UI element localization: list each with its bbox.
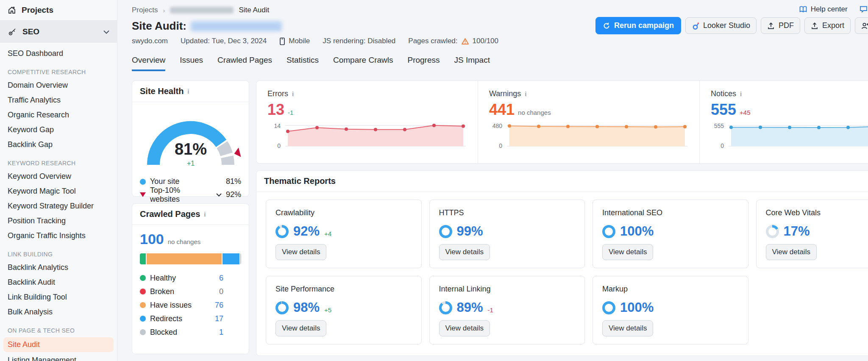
warning-icon [461, 38, 469, 45]
share-button[interactable]: Share [855, 17, 868, 34]
sidebar-item-backlink-analytics[interactable]: Backlink Analytics [0, 260, 117, 275]
sidebar-item-keyword-magic-tool[interactable]: Keyword Magic Tool [0, 184, 117, 199]
stat-errors-value[interactable]: 13 [267, 101, 284, 119]
score-donut-icon [439, 225, 452, 238]
thematic-card-title: Internal Linking [439, 285, 576, 294]
home-icon [8, 6, 16, 14]
tab-js-impact[interactable]: JS Impact [454, 56, 490, 71]
sidebar-item-keyword-strategy-builder[interactable]: Keyword Strategy Builder [0, 199, 117, 214]
sidebar-item-link-building-tool[interactable]: Link Building Tool [0, 290, 117, 305]
tab-compare-crawls[interactable]: Compare Crawls [333, 56, 393, 71]
stat-warnings: Warningsi441no changes4800 [478, 81, 699, 163]
view-details-button[interactable]: View details [275, 244, 326, 260]
tab-crawled-pages[interactable]: Crawled Pages [217, 56, 272, 71]
chevron-down-icon[interactable] [216, 193, 222, 197]
score-donut-icon [275, 301, 289, 314]
legend-value[interactable]: 17 [215, 314, 223, 323]
export-button[interactable]: Export [804, 17, 851, 34]
legend-value[interactable]: 6 [219, 274, 223, 283]
view-details-button[interactable]: View details [439, 244, 490, 260]
stat-warnings-delta: no changes [518, 109, 551, 116]
legend-dot-icon [140, 289, 146, 294]
thematic-reports-card: Thematic Reports Crawlability92%+4View d… [256, 170, 868, 356]
thematic-card-score: 89%-1 [439, 300, 576, 315]
breadcrumb-projects[interactable]: Projects [132, 6, 158, 14]
key-icon [8, 27, 17, 36]
info-icon[interactable]: i [204, 211, 206, 218]
chart-y-axis: 140 [267, 122, 284, 149]
sidebar-item-domain-overview[interactable]: Domain Overview [0, 78, 117, 93]
sidebar-item-projects[interactable]: Projects [0, 0, 117, 20]
info-icon[interactable]: i [525, 90, 526, 97]
sidebar-nav: SEO DashboardCOMPETITIVE RESEARCHDomain … [0, 43, 117, 361]
send-feedback-link[interactable]: Send feedback [860, 5, 868, 14]
sidebar-item-site-audit[interactable]: Site Audit [3, 337, 114, 352]
tab-bar: OverviewIssuesCrawled PagesStatisticsCom… [132, 56, 868, 71]
stat-notices-label: Noticesi [711, 89, 868, 98]
info-icon[interactable]: i [740, 90, 742, 97]
thematic-card-score: 92%+4 [275, 224, 412, 239]
thematic-card-score: 99% [439, 224, 576, 239]
legend-label: Healthy [150, 274, 176, 283]
pdf-button[interactable]: PDF [761, 17, 800, 34]
chart-y-axis: 5550 [711, 122, 728, 149]
crawled-pages-note: no changes [168, 238, 201, 245]
thematic-card-score: 17% [766, 224, 868, 239]
crawled-pages-count: 100 [140, 231, 164, 247]
score-donut-icon [275, 225, 289, 238]
help-center-link[interactable]: Help center [799, 5, 848, 14]
stat-notices-value[interactable]: 555 [711, 101, 736, 119]
stat-label-text: Notices [711, 89, 736, 98]
sidebar-item-backlink-audit[interactable]: Backlink Audit [0, 275, 117, 290]
info-icon[interactable]: i [187, 88, 189, 95]
thematic-card-percent: 17% [784, 224, 810, 239]
view-details-button[interactable]: View details [766, 244, 817, 260]
legend-label: Redirects [150, 314, 182, 323]
sidebar-item-position-tracking[interactable]: Position Tracking [0, 214, 117, 228]
sidebar-item-organic-traffic-insights[interactable]: Organic Traffic Insights [0, 228, 117, 243]
bar-segment-have-issues [147, 253, 222, 264]
stat-warnings-value[interactable]: 441 [489, 101, 515, 119]
legend-value[interactable]: 1 [219, 328, 223, 337]
svg-text:+1: +1 [186, 160, 194, 167]
thematic-reports-title: Thematic Reports [264, 176, 336, 186]
tab-statistics[interactable]: Statistics [287, 56, 319, 71]
campaign-updated: Updated: Tue, Dec 3, 2024 [181, 37, 267, 45]
main: Projects › Site Audit Help center [117, 0, 868, 361]
pdf-label: PDF [779, 21, 794, 30]
sidebar-item-backlink-gap[interactable]: Backlink Gap [0, 137, 117, 152]
legend-dot-icon [140, 275, 146, 281]
sidebar-item-traffic-analytics[interactable]: Traffic Analytics [0, 93, 117, 108]
stat-notices-chart: 5550 [711, 122, 868, 149]
sidebar-item-listing-management[interactable]: Listing Management [0, 353, 117, 361]
add-user-icon [861, 22, 868, 30]
legend-label: Broken [150, 287, 174, 296]
sidebar-item-bulk-analysis[interactable]: Bulk Analysis [0, 305, 117, 319]
view-details-button[interactable]: View details [275, 320, 326, 336]
sidebar-item-organic-research[interactable]: Organic Research [0, 108, 117, 122]
looker-studio-button[interactable]: Looker Studio [685, 17, 757, 34]
legend-value[interactable]: 76 [215, 301, 223, 310]
sidebar-item-seo-dashboard[interactable]: SEO Dashboard [0, 46, 117, 61]
campaign-device: Mobile [279, 37, 310, 45]
sidebar-item-keyword-gap[interactable]: Keyword Gap [0, 122, 117, 137]
stat-warnings-value-row: 441no changes [489, 101, 688, 119]
thematic-reports-grid: Crawlability92%+4View detailsHTTPS99%Vie… [256, 192, 868, 352]
info-icon[interactable]: i [292, 90, 294, 97]
crawled-legend-row: Redirects17 [140, 312, 241, 325]
sidebar-item-keyword-overview[interactable]: Keyword Overview [0, 169, 117, 184]
sidebar-item-seo[interactable]: SEO [0, 20, 117, 43]
view-details-button[interactable]: View details [602, 320, 653, 336]
thematic-card-markup: Markup100%View details [593, 276, 748, 344]
looker-studio-icon [692, 22, 699, 30]
legend-label[interactable]: Top-10% websites [150, 186, 211, 204]
thematic-card-score: 100% [602, 300, 739, 315]
view-details-button[interactable]: View details [439, 320, 490, 336]
tab-overview[interactable]: Overview [132, 56, 165, 71]
tab-progress[interactable]: Progress [407, 56, 440, 71]
stat-notices-value-row: 555+45 [711, 101, 868, 119]
view-details-button[interactable]: View details [602, 244, 653, 260]
upload-icon [767, 22, 775, 30]
rerun-campaign-button[interactable]: Rerun campaign [595, 17, 681, 34]
tab-issues[interactable]: Issues [180, 56, 203, 71]
